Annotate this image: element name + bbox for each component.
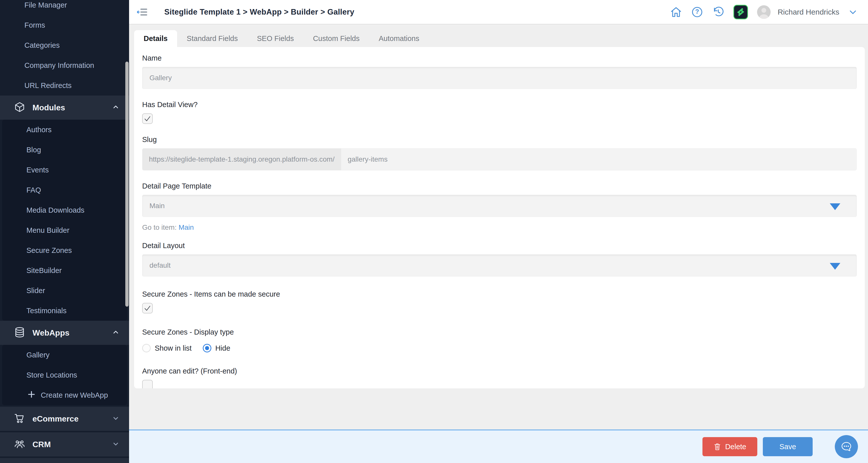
cart-icon: [14, 412, 25, 425]
secure-zones-display-options: Show in list Hide: [142, 344, 857, 353]
sidebar-item-authors[interactable]: Authors: [2, 120, 127, 140]
secure-zones-items-checkbox[interactable]: [142, 303, 153, 313]
anyone-can-edit-checkbox[interactable]: [142, 380, 153, 388]
breadcrumb: Siteglide Template 1 > WebApp > Builder …: [164, 7, 354, 16]
anyone-can-edit-label: Anyone can edit? (Front-end): [142, 367, 857, 375]
action-bar: Delete Save: [129, 430, 868, 463]
sidebar-item-categories[interactable]: Categories: [0, 35, 129, 55]
radio-icon: [203, 344, 211, 353]
sidebar-item-media-downloads[interactable]: Media Downloads: [2, 200, 127, 220]
sidebar-item-testimonials[interactable]: Testimonials: [2, 301, 127, 321]
home-icon[interactable]: [670, 6, 682, 18]
sidebar-item-gallery[interactable]: Gallery: [2, 345, 127, 365]
tab[interactable]: Standard Fields: [177, 30, 247, 47]
breadcrumb-path: Siteglide Template 1 > WebApp > Builder …: [164, 7, 327, 16]
sidebar-submenu: AuthorsBlogEventsFAQMedia DownloadsMenu …: [2, 120, 127, 321]
dropdown-arrow-icon: [830, 203, 840, 210]
chevron-up-icon: [112, 329, 120, 337]
chevron-down-icon: [112, 415, 120, 423]
sidebar-scrollbar[interactable]: [125, 62, 129, 307]
sidebar-item-faq[interactable]: FAQ: [2, 180, 127, 200]
sidebar-item-secure-zones[interactable]: Secure Zones: [2, 240, 127, 260]
sidebar-item-store-locations[interactable]: Store Locations: [2, 365, 127, 385]
database-icon: [14, 327, 25, 339]
sidebar-section-crm[interactable]: CRM: [0, 432, 129, 457]
svg-text:?: ?: [695, 8, 699, 15]
slug-label: Slug: [142, 135, 857, 144]
chat-button[interactable]: [835, 435, 858, 458]
sidebar-section-webapps[interactable]: WebApps: [0, 321, 129, 345]
top-header: Siteglide Template 1 > WebApp > Builder …: [129, 0, 868, 24]
cube-icon: [14, 101, 25, 114]
slug-input[interactable]: https://siteglide-template-1.staging.ore…: [142, 148, 857, 170]
has-detail-view-checkbox[interactable]: [142, 113, 153, 124]
tab-bar: Details Standard Fields SEO Fields Custo…: [134, 30, 429, 47]
header-actions: ? Ric: [670, 5, 868, 19]
chevron-up-icon: [112, 103, 120, 112]
slug-value[interactable]: gallery-items: [341, 148, 857, 170]
go-to-item-link[interactable]: Main: [179, 224, 194, 231]
collapse-sidebar-icon[interactable]: [136, 7, 149, 18]
app-screen: File ManagerFormsCategoriesCompany Infor…: [0, 0, 868, 463]
radio-icon: [142, 344, 151, 353]
detail-page-template-select[interactable]: Main: [142, 195, 857, 217]
delete-button[interactable]: Delete: [703, 437, 757, 456]
slug-prefix: https://siteglide-template-1.staging.ore…: [143, 148, 341, 170]
sidebar-nav: File ManagerFormsCategoriesCompany Infor…: [0, 0, 129, 463]
sidebar: File ManagerFormsCategoriesCompany Infor…: [0, 0, 129, 463]
plus-icon: [27, 390, 36, 400]
sidebar-submenu: GalleryStore LocationsCreate new WebApp: [2, 345, 127, 405]
detail-page-template-label: Detail Page Template: [142, 182, 857, 190]
trash-icon: [714, 443, 721, 451]
sidebar-item-blog[interactable]: Blog: [2, 140, 127, 160]
help-icon[interactable]: ?: [691, 6, 703, 18]
sidebar-item-sitebuilder[interactable]: SiteBuilder: [2, 260, 127, 280]
sidebar-item-menu-builder[interactable]: Menu Builder: [2, 220, 127, 240]
dropdown-arrow-icon: [830, 263, 840, 270]
chevron-down-icon[interactable]: [848, 7, 858, 16]
detail-layout-label: Detail Layout: [142, 241, 857, 250]
detail-layout-select[interactable]: default: [142, 254, 857, 276]
radio-show-in-list[interactable]: Show in list: [142, 344, 192, 353]
sidebar-item-company-information[interactable]: Company Information: [0, 55, 129, 75]
details-panel: Name Gallery Has Detail View? Slug https…: [134, 47, 865, 388]
name-label: Name: [142, 54, 857, 62]
chat-bubble-icon: [839, 440, 854, 454]
go-to-item: Go to item: Main: [142, 224, 857, 232]
siteglide-logo[interactable]: [734, 5, 748, 19]
sidebar-item-file-manager[interactable]: File Manager: [0, 0, 129, 15]
sidebar-item-events[interactable]: Events: [2, 160, 127, 180]
secure-zones-display-label: Secure Zones - Display type: [142, 328, 857, 336]
sidebar-section-site-manager[interactable]: Site Manager: [0, 458, 129, 463]
name-input[interactable]: Gallery: [142, 67, 857, 89]
tab[interactable]: Custom Fields: [303, 30, 369, 47]
history-icon[interactable]: [712, 6, 724, 18]
sidebar-item-slider[interactable]: Slider: [2, 280, 127, 301]
has-detail-view-label: Has Detail View?: [142, 101, 857, 109]
tab[interactable]: Details: [134, 30, 177, 47]
create-new-webapp-button[interactable]: Create new WebApp: [2, 385, 127, 405]
tab[interactable]: Automations: [369, 30, 429, 47]
avatar[interactable]: [757, 5, 771, 19]
sidebar-section-ecommerce[interactable]: eCommerce: [0, 407, 129, 431]
secure-zones-items-label: Secure Zones - Items can be made secure: [142, 290, 857, 298]
users-icon: [14, 438, 25, 451]
sidebar-section-modules[interactable]: Modules: [0, 96, 129, 120]
sidebar-item-forms[interactable]: Forms: [0, 15, 129, 35]
breadcrumb-current: Gallery: [327, 7, 354, 16]
chevron-down-icon: [112, 440, 120, 449]
tab[interactable]: SEO Fields: [247, 30, 303, 47]
save-button[interactable]: Save: [763, 437, 813, 456]
radio-hide[interactable]: Hide: [203, 344, 230, 353]
sidebar-item-url-redirects[interactable]: URL Redirects: [0, 75, 129, 96]
user-name[interactable]: Richard Hendricks: [778, 8, 839, 16]
